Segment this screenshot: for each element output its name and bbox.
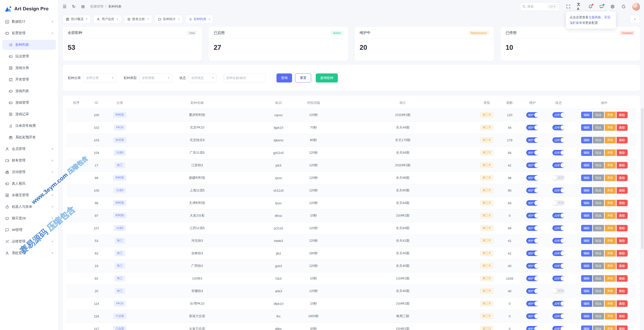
tab-lottery-list[interactable]: 彩种列表 ×	[185, 15, 214, 24]
maintain-toggle[interactable]: 维护	[526, 276, 539, 281]
status-toggle[interactable]: 启用	[552, 188, 565, 193]
delete-button[interactable]: 删除	[617, 263, 628, 269]
row-sort-handle[interactable]	[66, 322, 86, 330]
type-select[interactable]: 全部类型 ˅	[139, 73, 172, 82]
edit-button[interactable]: 编辑	[581, 112, 592, 118]
sidebar-item-data-stats[interactable]: 数据统计 ˅	[3, 17, 56, 27]
maintain-toggle[interactable]: 维护	[526, 225, 539, 231]
row-sort-handle[interactable]	[66, 310, 86, 322]
maintain-toggle[interactable]: 维护	[526, 238, 539, 243]
user-avatar[interactable]	[632, 3, 640, 11]
sidebar-item-chatroom28[interactable]: 聊天室28 ˅	[3, 213, 56, 223]
draw-button[interactable]: 开奖	[605, 263, 616, 269]
edit-button[interactable]: 编辑	[581, 300, 592, 307]
close-icon[interactable]: ×	[178, 17, 180, 21]
maintain-toggle[interactable]: 维护	[526, 313, 539, 319]
row-sort-handle[interactable]	[66, 197, 86, 209]
tab-finance-analysis[interactable]: 财务分析 ×	[124, 15, 152, 24]
search-button[interactable]: 查询	[276, 73, 292, 82]
edit-button[interactable]: 编辑	[581, 313, 592, 319]
settings-gear-icon[interactable]	[610, 4, 615, 9]
menu-collapse-icon[interactable]: ☰	[63, 5, 66, 9]
apps-grid-icon[interactable]: ⊞	[81, 5, 85, 9]
status-toggle[interactable]: 启用	[552, 238, 565, 243]
row-sort-handle[interactable]	[66, 184, 86, 197]
maintain-toggle[interactable]: 维护	[526, 125, 539, 130]
close-icon[interactable]: ×	[209, 17, 210, 21]
chat-icon[interactable]	[599, 4, 604, 9]
edit-button[interactable]: 编辑	[581, 275, 592, 282]
row-sort-handle[interactable]	[66, 260, 86, 272]
play-rules-button[interactable]: 玩法	[593, 300, 604, 307]
maintain-toggle[interactable]: 维护	[526, 213, 539, 218]
draw-button[interactable]: 开奖	[605, 225, 616, 231]
play-rules-button[interactable]: 玩法	[593, 288, 604, 294]
draw-button[interactable]: 开奖	[605, 124, 616, 131]
notification-bell-icon[interactable]	[588, 4, 593, 9]
status-toggle[interactable]: 启用	[552, 313, 565, 319]
play-rules-button[interactable]: 玩法	[593, 313, 604, 319]
edit-button[interactable]: 编辑	[581, 200, 592, 206]
row-sort-handle[interactable]	[66, 159, 86, 172]
play-rules-button[interactable]: 玩法	[593, 175, 604, 181]
status-toggle[interactable]: 禁用	[552, 288, 565, 294]
row-sort-handle[interactable]	[66, 272, 86, 285]
search-input[interactable]	[527, 5, 545, 8]
play-rules-button[interactable]: 玩法	[593, 124, 604, 131]
sidebar-item-member-mgmt[interactable]: 会员管理 ˅	[3, 144, 56, 154]
reset-button[interactable]: 重置	[295, 73, 311, 82]
add-lottery-button[interactable]: 新增彩种	[316, 73, 338, 82]
status-toggle[interactable]: 启用	[552, 112, 565, 118]
draw-button[interactable]: 开奖	[605, 175, 616, 181]
sidebar-item-draw-mgmt[interactable]: 开奖管理	[3, 74, 56, 85]
global-search[interactable]: Ctrl K	[520, 2, 560, 11]
edit-button[interactable]: 编辑	[581, 288, 592, 294]
tab-stats-overview[interactable]: 统计概况 ×	[63, 15, 91, 24]
draw-button[interactable]: 开奖	[605, 313, 616, 319]
maintain-toggle[interactable]: 维护	[526, 162, 539, 168]
status-toggle[interactable]: 启用	[552, 276, 565, 281]
row-sort-handle[interactable]	[66, 297, 86, 310]
delete-button[interactable]: 删除	[617, 237, 628, 244]
delete-button[interactable]: 删除	[617, 149, 628, 156]
row-sort-handle[interactable]	[66, 146, 86, 159]
row-sort-handle[interactable]	[66, 285, 86, 297]
play-rules-button[interactable]: 玩法	[593, 162, 604, 169]
sidebar-item-game-category[interactable]: 游戏分类	[3, 63, 56, 73]
status-toggle[interactable]: 启用	[552, 213, 565, 218]
maintain-toggle[interactable]: 维护	[526, 137, 539, 143]
draw-button[interactable]: 开奖	[605, 112, 616, 118]
edit-button[interactable]: 编辑	[581, 212, 592, 219]
sidebar-item-robot-dispatch[interactable]: 机器人与发单 ˅	[3, 202, 56, 212]
delete-button[interactable]: 删除	[617, 187, 628, 194]
draw-button[interactable]: 开奖	[605, 137, 616, 143]
play-rules-button[interactable]: 玩法	[593, 225, 604, 231]
row-sort-handle[interactable]	[66, 134, 86, 146]
row-sort-handle[interactable]	[66, 222, 86, 234]
delete-button[interactable]: 删除	[617, 225, 628, 231]
delete-button[interactable]: 删除	[617, 288, 628, 294]
edit-button[interactable]: 编辑	[581, 187, 592, 194]
row-sort-handle[interactable]	[66, 109, 86, 121]
sidebar-item-game-mgmt[interactable]: 游戏管理	[3, 98, 56, 108]
status-toggle[interactable]: 启用	[552, 137, 565, 143]
delete-button[interactable]: 删除	[617, 162, 628, 169]
edit-button[interactable]: 编辑	[581, 237, 592, 244]
edit-button[interactable]: 编辑	[581, 263, 592, 269]
fullscreen-icon[interactable]	[566, 4, 571, 9]
sidebar-item-bet-anomaly[interactable]: 注单异常检测	[3, 121, 56, 131]
draw-button[interactable]: 开奖	[605, 162, 616, 169]
sidebar-item-play-mgmt[interactable]: 玩法管理	[3, 51, 56, 61]
status-toggle[interactable]: 启用	[552, 225, 565, 231]
status-toggle[interactable]: 启用	[552, 162, 565, 168]
status-toggle[interactable]: 启用	[552, 150, 565, 155]
play-rules-button[interactable]: 玩法	[593, 275, 604, 282]
row-sort-handle[interactable]	[66, 172, 86, 184]
maintain-toggle[interactable]: 维护	[526, 326, 539, 330]
maintain-toggle[interactable]: 维护	[526, 251, 539, 256]
delete-button[interactable]: 删除	[617, 137, 628, 143]
app-logo[interactable]: Art Design Pro	[3, 3, 56, 17]
close-icon[interactable]: ×	[147, 17, 149, 21]
maintain-toggle[interactable]: 维护	[526, 188, 539, 193]
delete-button[interactable]: 删除	[617, 124, 628, 131]
